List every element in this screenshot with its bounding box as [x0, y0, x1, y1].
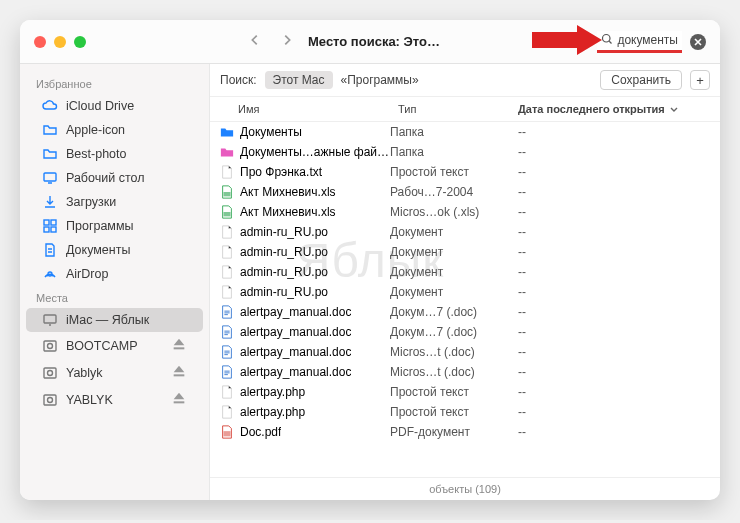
file-date: -- — [510, 385, 720, 399]
folder-icon — [42, 146, 58, 162]
sidebar-item-icloud-drive[interactable]: iCloud Drive — [26, 94, 203, 118]
doc-blue-icon — [220, 345, 234, 359]
file-row[interactable]: Акт Михневич.xlsMicros…ok (.xls)-- — [210, 202, 720, 222]
file-type: Документ — [390, 245, 510, 259]
file-name: alertpay_manual.doc — [240, 325, 351, 339]
minimize-button[interactable] — [54, 36, 66, 48]
sidebar-item-label: iCloud Drive — [66, 99, 187, 113]
file-row[interactable]: admin-ru_RU.poДокумент-- — [210, 242, 720, 262]
doc-green-icon — [220, 205, 234, 219]
file-row[interactable]: alertpay.phpПростой текст-- — [210, 402, 720, 422]
scope-this-mac[interactable]: Этот Mac — [265, 71, 333, 89]
file-row[interactable]: alertpay_manual.docДокум…7 (.doc)-- — [210, 322, 720, 342]
file-name: admin-ru_RU.po — [240, 225, 328, 239]
svg-rect-17 — [174, 401, 185, 403]
file-row[interactable]: alertpay_manual.docДокум…7 (.doc)-- — [210, 302, 720, 322]
file-row[interactable]: admin-ru_RU.poДокумент-- — [210, 262, 720, 282]
file-row[interactable]: alertpay.phpПростой текст-- — [210, 382, 720, 402]
window-title: Место поиска: Это… — [308, 34, 440, 49]
back-button[interactable] — [248, 33, 262, 51]
sidebar-item-imac-яблык[interactable]: iMac — Яблык — [26, 308, 203, 332]
sidebar-item-label: Документы — [66, 243, 187, 257]
maximize-button[interactable] — [74, 36, 86, 48]
eject-icon[interactable] — [171, 390, 187, 409]
nav-buttons — [248, 33, 294, 51]
add-criteria-button[interactable]: + — [690, 70, 710, 90]
disk-icon — [42, 392, 58, 408]
docs-icon — [42, 242, 58, 258]
svg-marker-0 — [532, 25, 602, 55]
sidebar-item-программы[interactable]: Программы — [26, 214, 203, 238]
close-button[interactable] — [34, 36, 46, 48]
scope-apps[interactable]: «Программы» — [341, 73, 419, 87]
forward-button[interactable] — [280, 33, 294, 51]
file-name: Про Фрэнка.txt — [240, 165, 322, 179]
sidebar-item-bootcamp[interactable]: BOOTCAMP — [26, 332, 203, 359]
file-date: -- — [510, 285, 720, 299]
file-row[interactable]: ДокументыПапка-- — [210, 122, 720, 142]
airdrop-icon — [42, 266, 58, 282]
sidebar-item-airdrop[interactable]: AirDrop — [26, 262, 203, 286]
sidebar-item-загрузки[interactable]: Загрузки — [26, 190, 203, 214]
sidebar-item-рабочий-стол[interactable]: Рабочий стол — [26, 166, 203, 190]
svg-rect-5 — [44, 227, 49, 232]
doc-gray-icon — [220, 405, 234, 419]
file-list[interactable]: ДокументыПапка--Документы…ажные файлыПап… — [210, 122, 720, 477]
file-date: -- — [510, 205, 720, 219]
file-date: -- — [510, 345, 720, 359]
file-name: alertpay.php — [240, 385, 305, 399]
file-row[interactable]: Doc.pdfPDF-документ-- — [210, 422, 720, 442]
window-body: ИзбранноеiCloud DriveApple-iconBest-phot… — [20, 64, 720, 500]
doc-gray-icon — [220, 265, 234, 279]
doc-gray-icon — [220, 385, 234, 399]
sidebar-item-yablyk[interactable]: YABLYK — [26, 386, 203, 413]
clear-search-button[interactable] — [690, 34, 706, 50]
sidebar-item-best-photo[interactable]: Best-photo — [26, 142, 203, 166]
svg-rect-11 — [174, 347, 185, 349]
sidebar-section-title: Места — [20, 286, 209, 308]
search-query-text: документы — [617, 33, 678, 47]
file-row[interactable]: admin-ru_RU.poДокумент-- — [210, 282, 720, 302]
sidebar-item-label: BOOTCAMP — [66, 339, 163, 353]
apps-icon — [42, 218, 58, 234]
file-date: -- — [510, 185, 720, 199]
svg-rect-2 — [44, 173, 56, 181]
file-date: -- — [510, 325, 720, 339]
sidebar-item-label: YABLYK — [66, 393, 163, 407]
titlebar: Место поиска: Это… документы — [20, 20, 720, 64]
col-type[interactable]: Тип — [390, 101, 510, 117]
file-row[interactable]: Про Фрэнка.txtПростой текст-- — [210, 162, 720, 182]
file-name: Акт Михневич.xls — [240, 185, 336, 199]
sidebar-item-apple-icon[interactable]: Apple-icon — [26, 118, 203, 142]
file-name: Документы…ажные файлы — [240, 145, 390, 159]
file-date: -- — [510, 125, 720, 139]
file-type: Документ — [390, 225, 510, 239]
search-input[interactable]: документы — [597, 31, 682, 53]
file-name: Документы — [240, 125, 302, 139]
doc-blue-icon — [220, 325, 234, 339]
svg-point-16 — [48, 397, 53, 402]
file-type: Micros…t (.doc) — [390, 345, 510, 359]
doc-gray-icon — [220, 285, 234, 299]
file-row[interactable]: alertpay_manual.docMicros…t (.doc)-- — [210, 362, 720, 382]
file-name: alertpay_manual.doc — [240, 345, 351, 359]
file-row[interactable]: admin-ru_RU.poДокумент-- — [210, 222, 720, 242]
sidebar-item-yablyk[interactable]: Yablyk — [26, 359, 203, 386]
file-type: Документ — [390, 285, 510, 299]
file-row[interactable]: Акт Михневич.xlsРабоч…7-2004-- — [210, 182, 720, 202]
save-search-button[interactable]: Сохранить — [600, 70, 682, 90]
svg-point-1 — [603, 34, 611, 42]
eject-icon[interactable] — [171, 336, 187, 355]
file-row[interactable]: alertpay_manual.docMicros…t (.doc)-- — [210, 342, 720, 362]
file-row[interactable]: Документы…ажные файлыПапка-- — [210, 142, 720, 162]
eject-icon[interactable] — [171, 363, 187, 382]
file-type: Простой текст — [390, 165, 510, 179]
folder-pink-icon — [220, 145, 234, 159]
file-name: admin-ru_RU.po — [240, 285, 328, 299]
file-name: alertpay_manual.doc — [240, 365, 351, 379]
file-type: Докум…7 (.doc) — [390, 305, 510, 319]
sidebar-item-label: AirDrop — [66, 267, 187, 281]
col-date[interactable]: Дата последнего открытия — [510, 101, 720, 117]
sidebar-item-документы[interactable]: Документы — [26, 238, 203, 262]
col-name[interactable]: Имя — [210, 101, 390, 117]
